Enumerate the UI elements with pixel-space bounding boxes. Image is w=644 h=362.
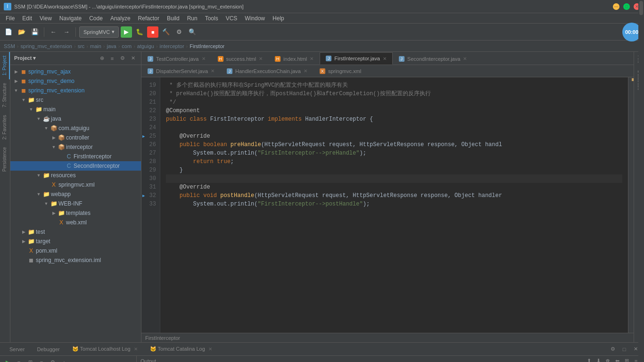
tab-handler-execution-chain[interactable]: J HandlerExecutionChain.java ✕	[221, 65, 314, 77]
tree-item-templates[interactable]: ▶ 📁 templates	[10, 208, 141, 218]
tab-success-html[interactable]: H success.html ✕	[212, 52, 269, 65]
run-config-dropdown[interactable]: SpringMVC ▾	[79, 26, 119, 38]
tab-close-btn[interactable]: ✕	[304, 68, 307, 74]
services-collapse-all-btn[interactable]: ≡	[14, 358, 24, 362]
close-panel-btn[interactable]: ✕	[129, 54, 137, 63]
tab-test-controller[interactable]: J TestController.java ✕	[141, 52, 212, 65]
search-btn[interactable]: 🔍	[187, 26, 198, 38]
services-settings-btn[interactable]: ⚙	[48, 358, 58, 362]
breadcrumb-src[interactable]: src	[78, 43, 85, 49]
back-btn[interactable]: ←	[48, 26, 59, 38]
save-btn[interactable]: 💾	[29, 26, 41, 38]
bottom-settings-btn[interactable]: ⚙	[608, 345, 618, 354]
tree-item-controller[interactable]: ▶ 📦 controller	[10, 133, 141, 142]
settings-btn[interactable]: ⚙	[173, 26, 185, 38]
sidebar-tab-favorites[interactable]: 2: Favorites	[0, 111, 10, 143]
tab-close-btn[interactable]: ✕	[211, 68, 215, 74]
breadcrumb-com[interactable]: com	[122, 43, 132, 49]
services-run-btn[interactable]: ▶	[3, 358, 12, 362]
minimize-button[interactable]: —	[613, 3, 619, 10]
breadcrumb-java[interactable]: java	[107, 43, 116, 49]
tomcat-catalina-close-btn[interactable]: ✕	[208, 346, 212, 352]
bottom-tab-debugger[interactable]: Debugger	[31, 345, 65, 354]
tree-item-com-atguigu[interactable]: ▼ 📦 com.atguigu	[10, 123, 141, 133]
tab-close-btn[interactable]: ✕	[259, 56, 263, 61]
tree-item-src[interactable]: ▼ 📁 src	[10, 95, 141, 105]
menu-refactor[interactable]: Refactor	[134, 14, 163, 23]
menu-navigate[interactable]: Navigate	[56, 14, 85, 23]
collapse-btn[interactable]: ≡	[108, 54, 116, 63]
tree-item-second-interceptor[interactable]: ▶ C SecondInterceptor	[10, 161, 141, 171]
breadcrumb-ssm[interactable]: SSM	[4, 43, 15, 49]
breadcrumb-main[interactable]: main	[90, 43, 101, 49]
output-scrollbar[interactable]	[638, 356, 644, 362]
services-expand-all-btn[interactable]: ⊞	[25, 358, 35, 362]
menu-code[interactable]: Code	[85, 14, 107, 23]
tree-item-web-xml[interactable]: ▶ X web.xml	[10, 218, 141, 227]
sidebar-tab-project[interactable]: 1: Project	[0, 52, 10, 79]
tree-item-iml[interactable]: ▶ ◼ spring_mvc_extension.iml	[10, 255, 141, 265]
code-content[interactable]: * 多个拦截器的执行顺序和在SpringMVC的配置文件中配置的顺序有关 * p…	[160, 77, 628, 333]
menu-edit[interactable]: Edit	[18, 14, 36, 23]
tree-item-test[interactable]: ▶ 📁 test	[10, 227, 141, 237]
tomcat-localhost-close-btn[interactable]: ✕	[134, 346, 138, 352]
tree-item-pom-xml[interactable]: ▶ X pom.xml	[10, 246, 141, 255]
locate-btn[interactable]: ⊕	[98, 54, 106, 63]
bottom-maximize-btn[interactable]: □	[619, 345, 629, 354]
sidebar-tab-structure[interactable]: 7: Structure	[0, 79, 10, 111]
tab-dispatcher-servlet[interactable]: J DispatcherServlet.java ✕	[141, 65, 221, 77]
tree-item-main[interactable]: ▼ 📁 main	[10, 105, 141, 114]
output-scroll-down-btn[interactable]: ⬇	[594, 357, 603, 362]
build-btn[interactable]: 🔨	[160, 26, 172, 38]
breadcrumb-class[interactable]: FirstInterceptor	[190, 43, 224, 49]
new-file-btn[interactable]: 📄	[3, 26, 14, 38]
tab-springmvc-xml[interactable]: X springmvc.xml	[314, 65, 367, 77]
output-clear-btn[interactable]: 🗑	[603, 357, 612, 362]
menu-build[interactable]: Build	[163, 14, 183, 23]
tree-item-target[interactable]: ▶ 📁 target	[10, 237, 141, 246]
tab-index-html[interactable]: H index.html ✕	[269, 52, 320, 65]
tab-second-interceptor[interactable]: J SecondInterceptor.java ✕	[393, 52, 473, 65]
breadcrumb-atguigu[interactable]: atguigu	[137, 43, 154, 49]
output-scroll-up-btn[interactable]: ⬆	[585, 357, 593, 362]
tree-item-first-interceptor[interactable]: ▶ C FirstInterceptor	[10, 152, 141, 161]
menu-analyze[interactable]: Analyze	[107, 14, 134, 23]
tree-item-interceptor[interactable]: ▼ 📦 interceptor	[10, 142, 141, 152]
tab-close-btn[interactable]: ✕	[202, 56, 206, 61]
tab-first-interceptor[interactable]: J FirstInterceptor.java ✕	[320, 52, 393, 65]
open-btn[interactable]: 📂	[16, 26, 27, 38]
tab-close-btn[interactable]: ✕	[463, 56, 467, 61]
tree-item-spring-mvc-extension[interactable]: ▼ ◼ spring_mvc_extension	[10, 86, 141, 95]
forward-btn[interactable]: →	[61, 26, 72, 38]
tab-close-btn[interactable]: ✕	[310, 56, 314, 61]
bottom-tab-tomcat-localhost[interactable]: 🐱 Tomcat Localhost Log ✕	[66, 344, 143, 354]
menu-file[interactable]: File	[2, 14, 18, 23]
tree-item-resources[interactable]: ▼ 📁 resources	[10, 171, 141, 180]
tree-item-spring-mvc-ajax[interactable]: ▶ ◼ spring_mvc_ajax	[10, 67, 141, 76]
output-wrap-btn[interactable]: ⬅	[613, 357, 621, 362]
tab-close-btn[interactable]: ✕	[383, 56, 387, 61]
menu-run[interactable]: Run	[183, 14, 201, 23]
tree-item-web-inf[interactable]: ▼ 📁 WEB-INF	[10, 199, 141, 208]
services-add-btn[interactable]: +	[59, 358, 69, 362]
menu-view[interactable]: View	[36, 14, 56, 23]
services-filter-btn[interactable]: ≡	[37, 358, 46, 362]
settings-panel-btn[interactable]: ⚙	[118, 54, 127, 63]
breadcrumb-interceptor[interactable]: interceptor	[160, 43, 184, 49]
sidebar-tab-persistence[interactable]: Persistence	[0, 143, 10, 175]
menu-help[interactable]: Help	[269, 14, 288, 23]
tree-item-webapp[interactable]: ▼ 📁 webapp	[10, 189, 141, 199]
menu-window[interactable]: Window	[241, 14, 269, 23]
tree-item-springmvc-xml[interactable]: ▶ X springmvc.xml	[10, 180, 141, 189]
bottom-tab-tomcat-catalina[interactable]: 🐱 Tomcat Catalina Log ✕	[144, 344, 218, 354]
output-grid-btn[interactable]: ⊞	[622, 357, 631, 362]
maximize-button[interactable]: □	[623, 3, 630, 10]
debug-btn[interactable]: 🐛	[134, 26, 145, 38]
run-button[interactable]: ▶	[121, 26, 132, 38]
stop-button[interactable]: ■	[147, 26, 158, 38]
tree-item-spring-mvc-demo[interactable]: ▶ ◼ spring_mvc_demo	[10, 76, 141, 86]
bottom-tab-server[interactable]: Server	[4, 345, 30, 354]
menu-tools[interactable]: Tools	[201, 14, 222, 23]
tree-item-java[interactable]: ▼ ☕ java	[10, 114, 141, 123]
breadcrumb-module[interactable]: spring_mvc_extension	[21, 43, 72, 49]
